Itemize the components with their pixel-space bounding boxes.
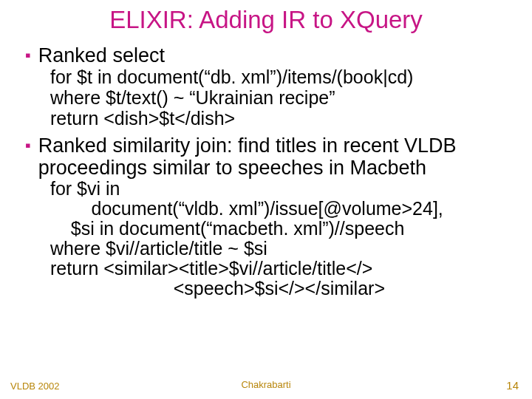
bullet-item: ▪ Ranked similarity join: find titles in… (28, 134, 511, 179)
code-block: for $t in document(“db. xml”)/items/(boo… (50, 66, 511, 129)
slide-body: ▪ Ranked select for $t in document(“db. … (0, 44, 532, 299)
footer-page-number: 14 (506, 379, 519, 392)
code-block: for $vi in document(“vldb. xml”)/issue[@… (50, 179, 511, 299)
slide-footer: VLDB 2002 Chakrabarti 14 (0, 379, 532, 392)
bullet-text: Ranked select (38, 44, 165, 66)
bullet-item: ▪ Ranked select (28, 44, 511, 66)
slide-title: ELIXIR: Adding IR to XQuery (0, 6, 532, 34)
bullet-marker-icon: ▪ (25, 44, 31, 66)
bullet-text: Ranked similarity join: find titles in r… (38, 134, 511, 179)
footer-left: VLDB 2002 (10, 381, 60, 392)
footer-center: Chakrabarti (241, 379, 290, 390)
bullet-marker-icon: ▪ (25, 134, 31, 157)
spacer (28, 129, 511, 133)
slide: ELIXIR: Adding IR to XQuery ▪ Ranked sel… (0, 0, 532, 399)
